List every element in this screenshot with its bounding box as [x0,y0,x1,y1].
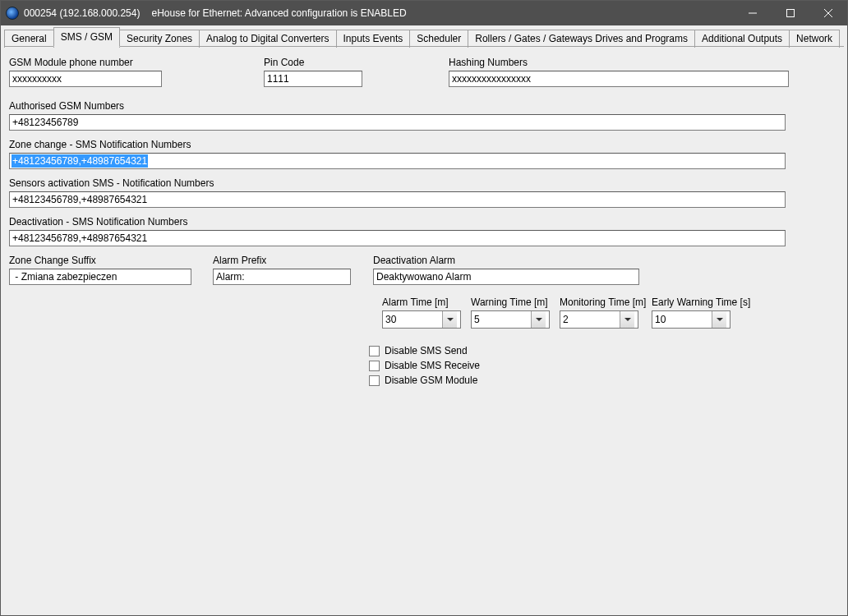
hashing-label: Hashing Numbers [449,57,794,70]
warning-time-value[interactable] [472,311,531,328]
tab-rollers[interactable]: Rollers / Gates / Gateways Drives and Pr… [468,30,695,48]
zone-change-suffix-input[interactable] [9,269,191,285]
deactivation-alarm-input[interactable] [373,269,639,285]
close-button[interactable] [809,1,847,25]
warning-time-label: Warning Time [m] [471,297,550,310]
svg-rect-0 [787,10,795,17]
maximize-button[interactable] [772,1,809,25]
alarm-time-value[interactable] [383,311,442,328]
disable-sms-receive-label: Disable SMS Receive [385,360,480,371]
pin-code-input[interactable] [264,71,362,87]
app-icon [6,7,19,20]
alarm-prefix-input[interactable] [213,269,351,285]
tab-additional-outputs[interactable]: Additional Outputs [694,30,790,48]
early-warning-time-label: Early Warning Time [s] [652,297,742,310]
disable-gsm-module-label: Disable GSM Module [385,375,477,386]
tab-bar: General SMS / GSM Security Zones Analog … [1,25,847,47]
window-title-right: eHouse for Ethernet: Advanced configurat… [151,7,406,19]
monitoring-time-value[interactable] [560,311,620,328]
deactivation-notify-label: Deactivation - SMS Notification Numbers [9,216,839,229]
deactivation-alarm-label: Deactivation Alarm [373,255,644,268]
early-warning-time-select[interactable] [652,310,730,329]
gsm-phone-input[interactable] [9,71,162,87]
sensors-activation-input[interactable] [9,191,786,208]
zone-change-suffix-label: Zone Change Suffix [9,255,213,268]
monitoring-time-select[interactable] [560,310,638,329]
chevron-down-icon[interactable] [531,311,546,328]
authorised-input[interactable] [9,114,786,131]
chevron-down-icon[interactable] [620,311,634,328]
early-warning-time-value[interactable] [652,311,712,328]
disable-sms-send-label: Disable SMS Send [385,345,468,356]
tab-security-zones[interactable]: Security Zones [119,30,200,48]
minimize-button[interactable] [734,1,772,25]
deactivation-notify-input[interactable] [9,230,786,246]
gsm-phone-label: GSM Module phone number [9,57,264,70]
tab-sms-gsm[interactable]: SMS / GSM [53,27,120,47]
form-area: GSM Module phone number Pin Code Hashing… [1,47,847,616]
alarm-prefix-label: Alarm Prefix [213,255,373,268]
disable-sms-receive-checkbox[interactable] [369,361,380,371]
tab-general[interactable]: General [4,30,54,48]
chevron-down-icon[interactable] [442,311,457,328]
title-bar: 000254 (192.168.000.254) eHouse for Ethe… [1,1,847,25]
tab-inputs-events[interactable]: Inputs Events [336,30,411,48]
zone-change-notify-input[interactable]: +48123456789,+48987654321 [9,153,786,169]
window-title-left: 000254 (192.168.000.254) [24,7,140,19]
sensors-activation-label: Sensors activation SMS - Notification Nu… [9,177,839,191]
authorised-label: Authorised GSM Numbers [9,100,839,113]
warning-time-select[interactable] [471,310,550,329]
alarm-time-label: Alarm Time [m] [382,297,461,310]
pin-code-label: Pin Code [264,57,449,70]
zone-change-notify-value: +48123456789,+48987654321 [12,154,148,168]
tab-scheduler[interactable]: Scheduler [409,30,468,48]
zone-change-notify-label: Zone change - SMS Notification Numbers [9,139,839,152]
tab-network[interactable]: Network [789,30,840,48]
tab-adc[interactable]: Analog to Digital Converters [199,30,336,48]
alarm-time-select[interactable] [382,310,461,329]
disable-sms-send-checkbox[interactable] [369,346,380,356]
hashing-input[interactable] [449,71,789,87]
monitoring-time-label: Monitoring Time [m] [560,297,642,310]
disable-gsm-module-checkbox[interactable] [369,375,380,386]
chevron-down-icon[interactable] [712,311,726,328]
